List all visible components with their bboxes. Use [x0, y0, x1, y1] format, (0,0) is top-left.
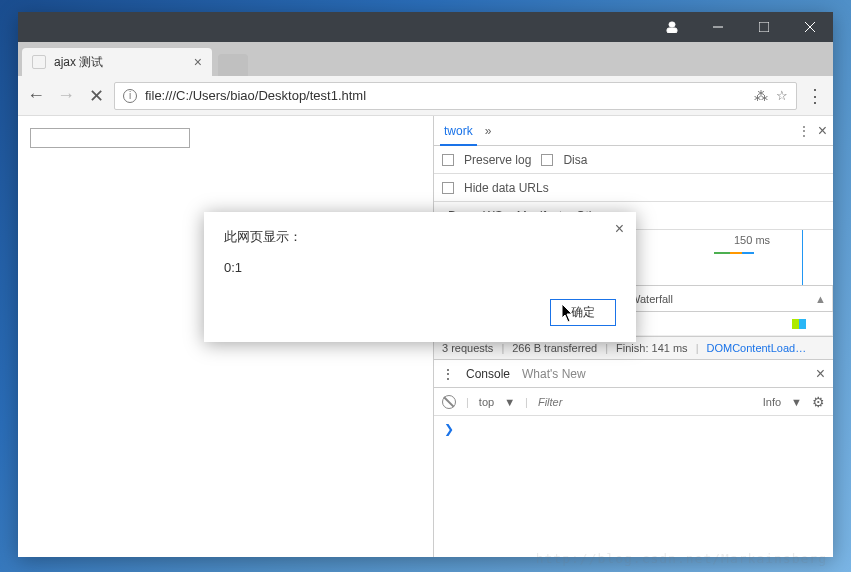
watermark: http://blog.csdn.net/Markainsberg: [536, 551, 827, 566]
omnibox[interactable]: i file:///C:/Users/biao/Desktop/test1.ht…: [114, 82, 797, 110]
console-context[interactable]: top: [479, 396, 494, 408]
devtools-menu-icon[interactable]: ⋮: [798, 124, 810, 138]
console-level[interactable]: Info: [763, 396, 781, 408]
close-button[interactable]: [787, 12, 833, 42]
console-filter-input[interactable]: [538, 396, 753, 408]
tab-title: ajax 测试: [54, 54, 103, 71]
dialog-ok-button[interactable]: 确定: [550, 299, 616, 326]
tab-network[interactable]: twork: [440, 124, 477, 146]
user-icon[interactable]: [649, 12, 695, 42]
status-transferred: 266 B transferred: [512, 342, 597, 354]
status-finish: Finish: 141 ms: [616, 342, 688, 354]
favicon-icon: [32, 55, 46, 69]
url-text: file:///C:/Users/biao/Desktop/test1.html: [145, 88, 746, 103]
network-toolbar-row1: Preserve log Disa: [434, 146, 833, 174]
timeline-tick: 150 ms: [734, 234, 770, 246]
disable-cache-checkbox[interactable]: [541, 154, 553, 166]
maximize-button[interactable]: [741, 12, 787, 42]
dialog-close-icon[interactable]: ×: [615, 220, 624, 238]
timeline-bar: [714, 252, 754, 254]
drawer-menu-icon[interactable]: ⋮: [442, 367, 454, 381]
tabs-overflow-icon[interactable]: »: [485, 124, 492, 138]
tab-close-icon[interactable]: ×: [194, 54, 202, 70]
address-bar: ← → ✕ i file:///C:/Users/biao/Desktop/te…: [18, 76, 833, 116]
titlebar: [18, 12, 833, 42]
dialog-title: 此网页显示：: [224, 228, 616, 246]
dialog-message: 0:1: [224, 260, 616, 275]
status-requests: 3 requests: [442, 342, 493, 354]
content-area: twork » ⋮ × Preserve log Disa Hide data …: [18, 116, 833, 557]
console-settings-icon[interactable]: ⚙: [812, 394, 825, 410]
menu-button[interactable]: ⋮: [803, 84, 827, 108]
hide-data-urls-label: Hide data URLs: [464, 181, 549, 195]
drawer-close-icon[interactable]: ×: [816, 365, 825, 383]
level-dropdown-icon[interactable]: ▼: [791, 396, 802, 408]
stop-button[interactable]: ✕: [84, 84, 108, 108]
devtools-tabs: twork » ⋮ ×: [434, 116, 833, 146]
translate-icon[interactable]: ⁂: [754, 88, 768, 104]
drawer-tab-whatsnew[interactable]: What's New: [522, 367, 586, 381]
svg-rect-1: [667, 28, 677, 33]
drawer-tabs: ⋮ Console What's New ×: [434, 360, 833, 388]
console-toolbar: | top ▼ | Info ▼ ⚙: [434, 388, 833, 416]
waterfall-bar: [792, 319, 806, 329]
browser-window: ajax 测试 × ← → ✕ i file:///C:/Users/biao/…: [18, 12, 833, 557]
col-waterfall[interactable]: Waterfall▲: [624, 286, 833, 311]
bookmark-icon[interactable]: ☆: [776, 88, 788, 103]
preserve-log-checkbox[interactable]: [442, 154, 454, 166]
network-toolbar-row2: Hide data URLs: [434, 174, 833, 202]
new-tab-button[interactable]: [218, 54, 248, 76]
context-dropdown-icon[interactable]: ▼: [504, 396, 515, 408]
forward-button: →: [54, 84, 78, 108]
tab-bar: ajax 测试 ×: [18, 42, 833, 76]
console-prompt[interactable]: ❯: [444, 422, 454, 436]
svg-rect-3: [759, 22, 769, 32]
svg-rect-0: [669, 22, 675, 27]
console-body: ❯: [434, 416, 833, 557]
preserve-log-label: Preserve log: [464, 153, 531, 167]
devtools-close-icon[interactable]: ×: [818, 122, 827, 140]
site-info-icon[interactable]: i: [123, 89, 137, 103]
back-button[interactable]: ←: [24, 84, 48, 108]
hide-data-urls-checkbox[interactable]: [442, 182, 454, 194]
drawer-tab-console[interactable]: Console: [466, 367, 510, 381]
minimize-button[interactable]: [695, 12, 741, 42]
disable-cache-label: Disa: [563, 153, 587, 167]
alert-dialog: × 此网页显示： 0:1 确定: [204, 212, 636, 342]
page-input[interactable]: [30, 128, 190, 148]
tab-active[interactable]: ajax 测试 ×: [22, 48, 212, 76]
clear-console-icon[interactable]: [442, 395, 456, 409]
timeline-marker: [802, 230, 803, 285]
cursor-icon: [562, 304, 576, 324]
status-domcontent: DOMContentLoad…: [706, 342, 806, 354]
